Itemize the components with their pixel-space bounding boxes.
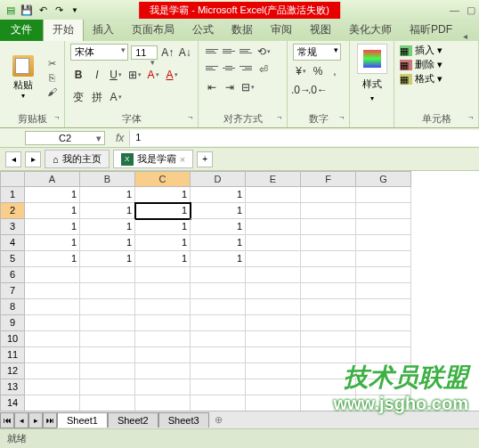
cell[interactable]: [301, 219, 356, 235]
number-format-select[interactable]: 常规: [293, 44, 341, 61]
cell[interactable]: [356, 299, 411, 315]
tab-home[interactable]: 开始: [43, 18, 84, 41]
cell[interactable]: [80, 379, 135, 395]
cell[interactable]: [80, 315, 135, 331]
cell[interactable]: [25, 299, 80, 315]
format-painter-icon[interactable]: 🖌: [45, 86, 59, 98]
cell[interactable]: 1: [80, 235, 135, 251]
comma-icon[interactable]: ,: [327, 63, 343, 79]
tab-view[interactable]: 视图: [301, 19, 340, 41]
cell[interactable]: [246, 187, 301, 203]
align-bottom-icon[interactable]: [238, 44, 254, 58]
underline-button[interactable]: U: [108, 67, 124, 83]
tab-review[interactable]: 审阅: [262, 19, 301, 41]
cell[interactable]: [135, 395, 191, 411]
row-header[interactable]: 9: [0, 315, 25, 331]
insert-cells-button[interactable]: ▦插入 ▾: [400, 44, 442, 57]
copy-icon[interactable]: ⎘: [45, 71, 59, 84]
row-header[interactable]: 10: [0, 331, 25, 347]
cell[interactable]: 1: [191, 251, 246, 267]
cell[interactable]: [135, 363, 191, 379]
cell[interactable]: [301, 363, 356, 379]
tab-insert[interactable]: 插入: [84, 19, 123, 41]
currency-icon[interactable]: ¥: [293, 63, 309, 79]
cell[interactable]: [135, 347, 191, 363]
fill-color-button[interactable]: A: [145, 67, 161, 83]
cell[interactable]: [25, 379, 80, 395]
italic-button[interactable]: I: [89, 67, 105, 83]
row-header[interactable]: 13: [0, 379, 25, 395]
increase-indent-icon[interactable]: ⇥: [222, 79, 238, 95]
grow-font-icon[interactable]: A↑: [160, 45, 175, 61]
cell[interactable]: [80, 267, 135, 283]
cell[interactable]: [356, 395, 411, 411]
cell[interactable]: [301, 395, 356, 411]
cell[interactable]: [301, 251, 356, 267]
cell[interactable]: [356, 347, 411, 363]
cell[interactable]: [25, 363, 80, 379]
formula-bar[interactable]: 1: [129, 130, 479, 146]
cell[interactable]: [80, 299, 135, 315]
align-left-icon[interactable]: [204, 61, 220, 76]
decrease-decimal-icon[interactable]: .0←: [310, 82, 326, 98]
sheet-tab[interactable]: Sheet3: [158, 412, 209, 428]
paste-button[interactable]: 粘贴 ▾: [5, 44, 41, 111]
redo-icon[interactable]: ↷: [52, 3, 66, 17]
align-right-icon[interactable]: [238, 61, 254, 76]
sheet-nav-next[interactable]: ▸: [28, 412, 43, 428]
cell[interactable]: [246, 331, 301, 347]
wrap-text-icon[interactable]: ⏎: [256, 61, 272, 77]
cell[interactable]: [25, 283, 80, 299]
format-cells-button[interactable]: ▦格式 ▾: [400, 72, 442, 86]
cell[interactable]: [301, 283, 356, 299]
doc-nav-prev[interactable]: ◂: [5, 151, 21, 167]
cell[interactable]: [191, 267, 246, 283]
tab-foxit-pdf[interactable]: 福昕PDF: [401, 19, 461, 41]
minimize-button[interactable]: —: [450, 4, 459, 16]
file-tab[interactable]: 文件: [0, 19, 43, 41]
doc-tab-home[interactable]: ⌂ 我的主页: [45, 150, 110, 168]
cell[interactable]: [80, 363, 135, 379]
cell[interactable]: [246, 363, 301, 379]
shrink-font-icon[interactable]: A↓: [178, 45, 192, 61]
pinyin-guide-icon[interactable]: 变: [70, 89, 86, 105]
cell[interactable]: [356, 379, 411, 395]
align-top-icon[interactable]: [204, 44, 220, 58]
cell[interactable]: [301, 315, 356, 331]
cell[interactable]: [25, 347, 80, 363]
cell[interactable]: [356, 203, 411, 219]
tab-beautify[interactable]: 美化大师: [340, 19, 401, 41]
cell[interactable]: [80, 347, 135, 363]
cell[interactable]: 1: [25, 251, 80, 267]
cell[interactable]: 1: [191, 187, 246, 203]
cell[interactable]: [80, 283, 135, 299]
cell[interactable]: [191, 347, 246, 363]
cell[interactable]: 1: [135, 203, 191, 219]
cell[interactable]: [135, 379, 191, 395]
align-center-icon[interactable]: [221, 61, 237, 76]
cut-icon[interactable]: ✂: [45, 57, 59, 69]
cell[interactable]: [356, 363, 411, 379]
cell[interactable]: [356, 251, 411, 267]
cell[interactable]: [80, 395, 135, 411]
doc-tab-add[interactable]: +: [197, 151, 213, 167]
cell[interactable]: 1: [135, 187, 191, 203]
cell[interactable]: [301, 347, 356, 363]
row-header[interactable]: 5: [0, 251, 25, 267]
cell[interactable]: [301, 203, 356, 219]
cell[interactable]: [356, 187, 411, 203]
maximize-button[interactable]: ▢: [467, 4, 475, 16]
row-header[interactable]: 12: [0, 363, 25, 379]
row-header[interactable]: 4: [0, 235, 25, 251]
cell[interactable]: [191, 315, 246, 331]
font-name-select[interactable]: 宋体: [70, 44, 128, 61]
cell[interactable]: 1: [191, 203, 246, 219]
row-header[interactable]: 6: [0, 267, 25, 283]
row-header[interactable]: 8: [0, 299, 25, 315]
undo-icon[interactable]: ↶: [36, 3, 50, 17]
delete-cells-button[interactable]: ▦删除 ▾: [400, 58, 442, 71]
column-header[interactable]: B: [80, 171, 135, 187]
tab-data[interactable]: 数据: [223, 19, 262, 41]
cell[interactable]: 1: [25, 203, 80, 219]
cell[interactable]: 1: [25, 235, 80, 251]
